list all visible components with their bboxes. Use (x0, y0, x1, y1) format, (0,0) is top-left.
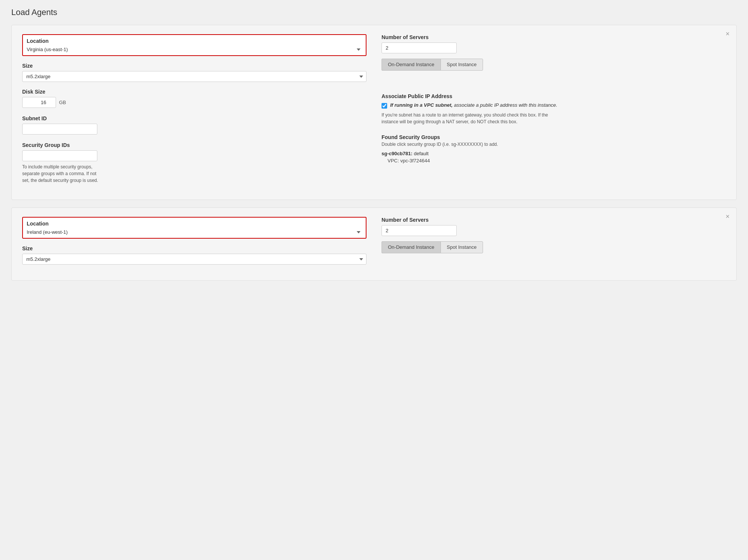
sg-entry-1: sg-c90cb781: default (382, 150, 726, 158)
size-label-1: Size (22, 63, 366, 69)
security-helper-1: To include multiple security groups, sep… (22, 163, 105, 184)
agent-card-2: × Location Virginia (us-east-1) Ireland … (11, 207, 737, 281)
location-select-2[interactable]: Virginia (us-east-1) Ireland (eu-west-1)… (27, 229, 362, 235)
instance-type-buttons-2: On-Demand Instance Spot Instance (382, 241, 726, 253)
disk-size-unit-1: GB (59, 100, 66, 105)
associate-ip-label-1: If running in a VPC subnet, associate a … (390, 102, 557, 108)
found-sg-helper-1: Double click security group ID (i.e. sg-… (382, 142, 726, 147)
associate-ip-title-1: Associate Public IP Address (382, 93, 726, 99)
location-label-2: Location (27, 221, 362, 227)
security-group-label-1: Security Group IDs (22, 142, 366, 148)
size-select-2[interactable]: m5.2xlarge m5.xlarge m5.4xlarge (22, 254, 366, 265)
close-button-2[interactable]: × (725, 213, 730, 220)
location-select-1[interactable]: Virginia (us-east-1) Ireland (eu-west-1)… (27, 47, 362, 52)
location-label-1: Location (27, 38, 362, 44)
sg-vpc-1: VPC: vpc-3f724644 (382, 158, 726, 163)
associate-ip-checkbox-1[interactable] (382, 103, 387, 109)
disk-size-input-1[interactable] (22, 97, 56, 108)
sg-id-1: sg-c90cb781: default (382, 151, 429, 156)
close-button-1[interactable]: × (725, 30, 730, 37)
location-group-2: Location Virginia (us-east-1) Ireland (e… (22, 217, 366, 239)
page-title: Load Agents (11, 8, 737, 17)
num-servers-label-1: Number of Servers (382, 34, 726, 40)
location-group-1: Location Virginia (us-east-1) Ireland (e… (22, 34, 366, 56)
on-demand-button-1[interactable]: On-Demand Instance (382, 59, 441, 71)
agent-card-1: × Location Virginia (us-east-1) Ireland … (11, 25, 737, 200)
spot-instance-button-1[interactable]: Spot Instance (441, 59, 483, 71)
on-demand-button-2[interactable]: On-Demand Instance (382, 241, 441, 253)
size-select-1[interactable]: m5.2xlarge m5.xlarge m5.4xlarge (22, 71, 366, 82)
size-label-2: Size (22, 245, 366, 251)
instance-type-buttons-1: On-Demand Instance Spot Instance (382, 59, 726, 71)
vpc-helper-1: If you're subnet has a route to an inter… (382, 112, 562, 125)
security-group-input-1[interactable] (22, 150, 97, 161)
spot-instance-button-2[interactable]: Spot Instance (441, 241, 483, 253)
num-servers-label-2: Number of Servers (382, 217, 726, 223)
disk-size-label-1: Disk Size (22, 89, 366, 95)
found-sg-title-1: Found Security Groups (382, 134, 726, 140)
num-servers-input-1[interactable] (382, 42, 457, 53)
subnet-label-1: Subnet ID (22, 115, 366, 121)
subnet-input-1[interactable]: subnet-a79d8e98 (22, 124, 97, 135)
num-servers-input-2[interactable] (382, 225, 457, 236)
